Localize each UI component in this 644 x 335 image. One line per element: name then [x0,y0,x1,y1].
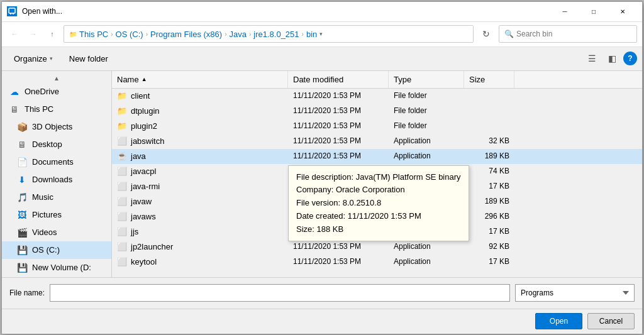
forward-button[interactable]: → [26,26,41,41]
file-name-java-rmi: ⬜ java-rmi [112,179,288,194]
file-type-jabswitch: Application [389,134,464,148]
sidebar-item-c-drive[interactable]: 💾 OS (C:) [2,241,111,259]
file-name-client: 📁 client [112,89,288,103]
toolbar: Organize ▾ New folder ☰ ◧ ? [2,47,642,71]
file-name-keytool: ⬜ keytool [112,255,288,269]
java-app-icon: ☕ [117,151,127,161]
back-button[interactable]: ← [7,26,22,41]
table-row[interactable]: ⬜ javaws 11/11/2020 1:53 PM Application … [112,209,642,224]
file-size-java: 189 KB [464,149,514,163]
file-type-keytool: Application [389,255,464,269]
breadcrumb-program-files[interactable]: Program Files (x86) [150,30,222,39]
videos-icon: 🎬 [17,228,27,238]
filename-input[interactable] [50,284,510,302]
pictures-icon: 🖼 [17,210,27,220]
new-folder-label: New folder [69,54,108,63]
music-icon: 🎵 [17,192,27,202]
folder-icon: 📁 [117,121,127,131]
table-row[interactable]: ⬜ javaw 11/11/2020 1:53 PM Application 1… [112,194,642,209]
table-row[interactable]: ☕ java 11/11/2020 1:53 PM Application 18… [112,149,642,164]
col-size-label: Size [469,75,485,84]
cancel-button[interactable]: Cancel [587,313,635,329]
table-row[interactable]: ⬜ jp2launcher 11/11/2020 1:53 PM Applica… [112,239,642,255]
col-header-name[interactable]: Name ▲ [112,71,288,88]
table-row[interactable]: 📁 dtplugin 11/11/2020 1:53 PM File folde… [112,104,642,119]
file-list-header: Name ▲ Date modified Type Size [112,71,642,89]
filename-bar: File name: Programs All Files [2,277,642,309]
sidebar-scroll-up[interactable]: ▲ [2,74,111,83]
table-row[interactable]: ⬜ javacpl 11/11/2020 1:53 PM Application… [112,164,642,179]
sidebar-label-videos: Videos [32,228,57,237]
svg-rect-0 [9,8,15,13]
sidebar-item-onedrive[interactable]: ☁ OneDrive [2,83,111,101]
sidebar-item-downloads[interactable]: ⬇ Downloads [2,171,111,189]
breadcrumb-jre[interactable]: jre1.8.0_251 [253,30,299,39]
sidebar-item-d-drive[interactable]: 💾 New Volume (D: [2,259,111,277]
file-area: Name ▲ Date modified Type Size [112,71,642,277]
sidebar-item-documents[interactable]: 📄 Documents [2,153,111,171]
file-date-javaws: 11/11/2020 1:53 PM [288,209,389,224]
sidebar-item-videos[interactable]: 🎬 Videos [2,224,111,241]
table-row[interactable]: ⬜ jabswitch 11/11/2020 1:53 PM Applicati… [112,134,642,149]
file-size-javaw: 189 KB [464,194,514,209]
col-header-size[interactable]: Size [464,71,514,88]
table-row[interactable]: ⬜ java-rmi 11/11/2020 1:53 PM Applicatio… [112,179,642,194]
new-folder-button[interactable]: New folder [62,50,115,67]
breadcrumb-pc-icon: 📁 [69,31,77,38]
file-name-dtplugin: 📁 dtplugin [112,104,288,118]
breadcrumb-java[interactable]: Java [229,30,246,39]
breadcrumb-c-drive[interactable]: OS (C:) [116,30,143,39]
help-button[interactable]: ? [623,52,637,65]
breadcrumb-this-pc[interactable]: This PC [79,30,108,39]
col-header-type[interactable]: Type [389,71,464,88]
file-type-jp2launcher: Application [389,239,464,254]
table-row[interactable]: 📁 plugin2 11/11/2020 1:53 PM File folder [112,119,642,134]
documents-icon: 📄 [17,157,27,167]
table-row[interactable]: ⬜ jjs 11/11/2020 1:53 PM Application 17 … [112,224,642,239]
table-row[interactable]: ⬜ keytool 11/11/2020 1:53 PM Application… [112,255,642,270]
organize-label: Organize [14,54,47,63]
file-date-jjs: 11/11/2020 1:53 PM [288,224,389,239]
sidebar-label-music: Music [32,192,53,202]
sidebar-item-music[interactable]: 🎵 Music [2,189,111,206]
minimize-button[interactable]: ─ [550,1,579,21]
sidebar-label-d-drive: New Volume (D: [32,263,91,272]
breadcrumb[interactable]: 📁 This PC › OS (C:) › Program Files (x86… [64,25,474,43]
refresh-button[interactable]: ↻ [477,25,495,43]
search-input[interactable] [516,30,631,38]
toolbar-right: ☰ ◧ ? [583,50,637,67]
col-header-date[interactable]: Date modified [288,71,389,88]
file-type-java: Application [389,149,464,163]
file-size-jabswitch: 32 KB [464,134,514,148]
close-button[interactable]: ✕ [608,1,637,21]
file-type-javaw: Application [389,194,464,209]
col-sort-icon: ▲ [142,76,147,82]
organize-button[interactable]: Organize ▾ [7,50,60,67]
view-details-button[interactable]: ☰ [583,50,601,67]
maximize-button[interactable]: □ [579,1,608,21]
up-button[interactable]: ↑ [45,26,60,41]
filetype-select[interactable]: Programs All Files [515,284,635,302]
sidebar-item-thispc[interactable]: 🖥 This PC [2,101,111,118]
view-pane-button[interactable]: ◧ [603,50,621,67]
sidebar-item-pictures[interactable]: 🖼 Pictures [2,206,111,224]
file-type-jjs: Application [389,224,464,239]
sidebar-label-pictures: Pictures [32,210,62,219]
sidebar-label-thispc: This PC [25,104,53,114]
svg-rect-1 [10,13,11,14]
dialog-icon [7,6,17,16]
file-date-jabswitch: 11/11/2020 1:53 PM [288,134,389,148]
main-content: ▲ ☁ OneDrive 🖥 This PC 📦 3D Objects 🖥 De… [2,71,642,277]
file-date-javacpl: 11/11/2020 1:53 PM [288,164,389,178]
col-name-label: Name [117,75,139,84]
file-type-plugin2: File folder [389,119,464,133]
table-row[interactable]: 📁 client 11/11/2020 1:53 PM File folder [112,89,642,104]
file-size-client [464,89,514,103]
open-button[interactable]: Open [535,313,582,329]
breadcrumb-bin[interactable]: bin [306,30,317,39]
sidebar-item-3dobjects[interactable]: 📦 3D Objects [2,118,111,136]
file-type-java-rmi: Application [389,179,464,194]
file-size-keytool: 17 KB [464,255,514,269]
title-bar: Open with... ─ □ ✕ [2,2,642,22]
sidebar-item-desktop[interactable]: 🖥 Desktop [2,136,111,153]
